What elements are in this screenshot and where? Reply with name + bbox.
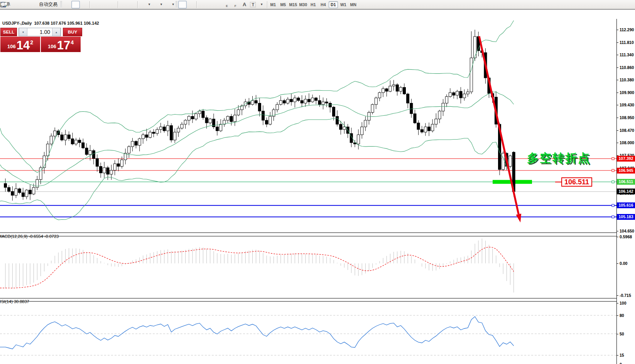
cursor-tool-button[interactable] [178,1,187,8]
timeframe-button-M1[interactable]: M1 [269,1,278,8]
auto-scroll-button[interactable] [119,1,128,8]
candlestick-mode-button[interactable] [71,1,80,8]
candle-down [396,85,399,91]
candle-up [463,94,466,98]
rsi-tick-label: 50 [620,332,624,336]
price-badge-105.183[interactable]: 105.183 [617,214,635,220]
candle-up [294,98,296,102]
chart-window-button[interactable] [12,1,21,8]
chat-button[interactable] [625,1,633,8]
templates-button[interactable] [163,1,171,8]
rsi-tick-label: 100 [620,301,627,305]
candle-down [152,132,155,133]
trend-arrow-line[interactable] [479,36,518,214]
tile-windows-button[interactable] [108,1,117,8]
line-endpoint-marker[interactable] [612,169,614,172]
signals-button[interactable] [29,1,38,8]
macd-panel-canvas[interactable] [0,236,616,298]
candle-up [120,160,123,166]
timeframe-button-M30[interactable]: M30 [299,1,308,8]
sell-price-display[interactable]: 106 14 2 [0,37,40,52]
candle-down [428,127,431,131]
panel-splitter-macd[interactable] [0,233,635,236]
indicators-button[interactable] [139,1,147,8]
sell-button[interactable]: SELL [0,28,17,36]
timeframe-button-MN[interactable]: MN [349,1,358,8]
line-endpoint-marker[interactable] [612,181,614,183]
timeframe-button-W1[interactable]: W1 [339,1,348,8]
candle-up [113,164,116,170]
price-badge-105.616[interactable]: 105.616 [617,202,635,208]
templates-dropdown-arrow[interactable]: ▼ [172,3,175,6]
indicators-dropdown-arrow[interactable]: ▼ [148,3,151,6]
price-badge-107.392[interactable]: 107.392 [617,156,635,162]
timeframe-button-D1[interactable]: D1 [329,1,338,8]
chart-shift-button[interactable] [128,1,136,8]
candle-down [410,103,413,114]
bar-chart-mode-button[interactable] [63,1,71,8]
zoom-in-button[interactable] [91,1,100,8]
candle-up [311,98,314,102]
crosshair-tool-button[interactable] [187,1,195,8]
periods-dropdown-arrow[interactable]: ▼ [160,3,163,6]
text-tool-button[interactable]: A [240,1,249,8]
trendline-tool-button[interactable] [215,1,223,8]
buy-price-display[interactable]: 106 17 4 [41,37,81,52]
price-badge-106.945[interactable]: 106.945 [617,168,635,174]
vertical-line-tool-button[interactable] [198,1,206,8]
candle-down [255,101,257,103]
fibonacci-tool-button[interactable]: F [232,1,240,8]
volume-decrease-button[interactable]: ▼ [19,28,27,36]
line-chart-mode-button[interactable] [80,1,88,8]
price-tick-label: 109.430 [620,103,634,107]
panel-splitter-rsi[interactable] [0,298,635,302]
channel-letter: E [226,4,228,8]
volume-value[interactable]: 1.00 [27,28,52,36]
line-endpoint-marker[interactable] [612,216,614,218]
search-button[interactable] [616,1,625,8]
candle-down [85,148,88,155]
candle-up [64,135,67,140]
metaeditor-button[interactable] [21,1,29,8]
price-badge-106.511[interactable]: 106.511 [617,179,635,185]
line-endpoint-marker[interactable] [612,158,614,160]
zoom-out-button[interactable] [100,1,108,8]
horizontal-line-tool-button[interactable] [206,1,215,8]
candle-up [75,140,78,144]
timeframe-button-M5[interactable]: M5 [279,1,288,8]
trend-arrow-head [516,214,521,222]
rsi-panel-canvas[interactable] [0,301,616,364]
candle-down [68,135,70,139]
candle-up [364,120,367,127]
price-chart-canvas[interactable] [0,19,616,233]
turning-point-annotation[interactable]: 多空转折点 [527,150,591,166]
volume-increase-button[interactable]: ▲ [52,28,61,36]
periods-button[interactable] [151,1,159,8]
candle-up [131,142,134,147]
line-endpoint-marker[interactable] [612,204,614,207]
bollinger-lower-band[interactable] [0,118,514,220]
candle-up [502,153,505,169]
text-label-tool-button[interactable]: T [249,1,257,8]
candle-down [333,107,335,116]
autotrading-button[interactable]: 自动交易 [38,1,59,8]
toolbar-separator [90,1,90,8]
bollinger-middle-band[interactable] [0,92,514,186]
price-axis[interactable]: 112.290111.810111.340110.860110.380109.9… [616,19,635,364]
candle-down [453,93,455,95]
autotrading-button-label: 自动交易 [39,1,57,8]
candle-down [205,118,208,123]
candle-down [318,101,321,104]
rsi-tick-mark [617,315,618,316]
price-tick-mark [617,42,618,43]
buy-button[interactable]: BUY [63,28,82,36]
arrows-tool-button[interactable]: ▼ [257,1,266,8]
channel-tool-button[interactable]: E [223,1,232,8]
candle-down [100,167,102,173]
support-price-annotation[interactable]: 106.511 [561,177,592,187]
candle-down [163,127,166,131]
price-badge-106.142[interactable]: 106.142 [617,189,635,194]
timeframe-button-H4[interactable]: H4 [319,1,328,8]
timeframe-button-H1[interactable]: H1 [309,1,318,8]
timeframe-button-M15[interactable]: M15 [289,1,298,8]
